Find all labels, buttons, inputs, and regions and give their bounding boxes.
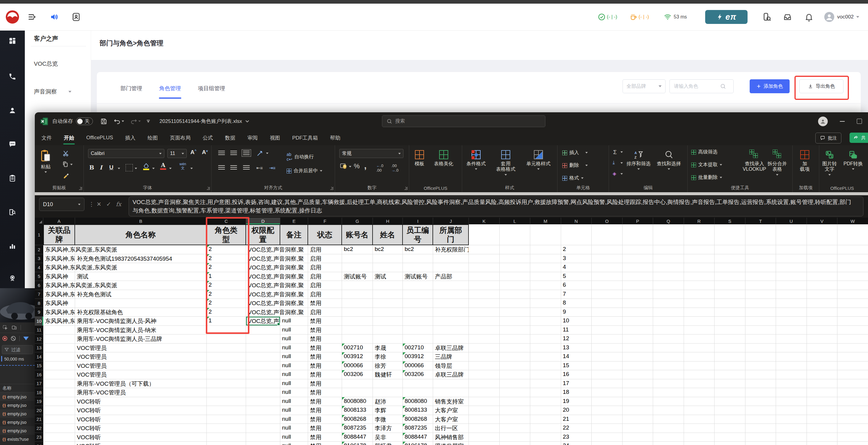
batch-delete-button[interactable]: 批量删除 (691, 174, 722, 181)
cell-C22[interactable] (207, 424, 246, 433)
cell-I2[interactable]: bc2 (403, 245, 433, 254)
cell-R11[interactable] (684, 326, 715, 335)
phonetic-guide-icon[interactable]: wén文 (180, 162, 186, 170)
contacts-icon[interactable] (71, 12, 81, 22)
cell-styles-button[interactable]: 单元格样式 (526, 150, 551, 170)
cell-N8[interactable]: 8 (561, 299, 592, 308)
cell-P21[interactable] (623, 415, 653, 424)
cell-T15[interactable] (745, 361, 776, 370)
select-all-corner[interactable] (35, 218, 43, 224)
cell-K18[interactable] (469, 388, 500, 397)
cell-N18[interactable]: 18 (561, 388, 592, 397)
cell-C8[interactable]: 2 (207, 299, 246, 308)
brand-filter-select[interactable]: 全部品牌 (623, 79, 665, 93)
cell-S6[interactable] (715, 281, 745, 290)
cell-U2[interactable] (776, 245, 807, 254)
cell-M21[interactable] (530, 415, 561, 424)
cell-N9[interactable]: 9 (561, 308, 592, 317)
undo-button[interactable] (114, 118, 124, 125)
cell-P4[interactable] (623, 263, 653, 272)
cell-S5[interactable] (715, 272, 745, 281)
cell-H6[interactable] (373, 281, 403, 290)
cell-L24[interactable] (500, 442, 531, 445)
cell-I15[interactable]: 000066 (403, 361, 433, 370)
cell-N11[interactable]: 11 (561, 326, 592, 335)
cell-L4[interactable] (500, 263, 531, 272)
cell-T5[interactable] (745, 272, 776, 281)
cell-R7[interactable] (684, 290, 715, 299)
cell-R21[interactable] (684, 415, 715, 424)
cell-L23[interactable] (500, 433, 531, 442)
row-header-16[interactable]: 16 (35, 370, 43, 379)
cell-C5[interactable]: 1 (207, 272, 246, 281)
cell-J6[interactable] (433, 281, 469, 290)
cell-F15[interactable]: 禁用 (308, 361, 342, 370)
cell-J17[interactable] (433, 379, 469, 388)
cell-L2[interactable] (500, 245, 531, 254)
cell-Q13[interactable] (653, 344, 684, 353)
header-cell-L1[interactable] (500, 224, 531, 245)
cell-U8[interactable] (776, 299, 807, 308)
cell-C10[interactable]: 1 (207, 317, 246, 326)
cell-D22[interactable] (246, 424, 280, 433)
cell-R23[interactable] (684, 433, 715, 442)
sidebar-item-voice-insight[interactable]: 声音洞察 (34, 88, 71, 96)
cell-F24[interactable]: 禁用 (308, 442, 342, 445)
cell-I5[interactable]: 测试账号 (403, 272, 433, 281)
cell-V12[interactable] (807, 334, 838, 344)
cell-W16[interactable] (837, 370, 868, 379)
cell-M7[interactable] (530, 290, 561, 299)
cell-N12[interactable]: 12 (561, 334, 592, 344)
cell-U4[interactable] (776, 263, 807, 272)
cell-F8[interactable]: 禁用 (308, 299, 342, 308)
format-painter-icon[interactable] (63, 172, 70, 179)
row-header-23[interactable]: 23 (35, 433, 43, 442)
cell-R12[interactable] (684, 334, 715, 344)
column-header-K[interactable]: K (469, 218, 500, 224)
cell-R19[interactable] (684, 397, 715, 406)
cell-H14[interactable]: 李徐 (373, 352, 403, 361)
cell-M12[interactable] (530, 334, 561, 344)
cell-M3[interactable] (530, 254, 561, 263)
network-name-column-header[interactable]: 名称 (0, 384, 35, 392)
cell-S12[interactable] (715, 334, 745, 344)
cell-J24[interactable]: 渠道发展室 (433, 442, 469, 445)
cell-T11[interactable] (745, 326, 776, 335)
cell-K20[interactable] (469, 406, 500, 415)
share-button[interactable]: 共 (849, 132, 868, 143)
name-box[interactable]: D10 (39, 198, 85, 211)
cell-J21[interactable]: 大客户室 (433, 415, 469, 424)
cell-T6[interactable] (745, 281, 776, 290)
cell-L11[interactable] (500, 326, 531, 335)
row-header-12[interactable]: 12 (35, 334, 43, 344)
role-search-input[interactable] (673, 83, 720, 89)
cell-I24[interactable]: 8106178 (403, 442, 433, 445)
cell-S3[interactable] (715, 254, 745, 263)
cell-O18[interactable] (592, 388, 623, 397)
cell-W13[interactable] (837, 344, 868, 353)
cell-R16[interactable] (684, 370, 715, 379)
cell-W10[interactable] (837, 317, 868, 326)
cell-A15[interactable] (43, 361, 75, 370)
cell-N2[interactable]: 2 (561, 245, 592, 254)
cell-D2[interactable]: VOC总览,声音洞察,聚 (246, 245, 280, 254)
cell-L19[interactable] (500, 397, 531, 406)
column-header-C[interactable]: C (207, 218, 246, 224)
cell-O22[interactable] (592, 424, 623, 433)
cell-G3[interactable] (342, 254, 373, 263)
autosum-icon[interactable]: Σ (613, 149, 617, 156)
cell-I23[interactable]: 8088447 (403, 433, 433, 442)
cell-R3[interactable] (684, 254, 715, 263)
cell-O10[interactable] (592, 317, 623, 326)
cell-L14[interactable] (500, 352, 531, 361)
cell-O2[interactable] (592, 245, 623, 254)
cell-E12[interactable]: null (280, 334, 308, 344)
row-header-24[interactable]: 24 (35, 442, 43, 445)
borders-more-icon[interactable] (135, 168, 137, 169)
cell-U6[interactable] (776, 281, 807, 290)
row-header-21[interactable]: 21 (35, 415, 43, 424)
cell-I13[interactable]: 002710 (403, 344, 433, 353)
cell-I11[interactable] (403, 326, 433, 335)
redo-button[interactable] (130, 118, 141, 125)
cell-K5[interactable] (469, 272, 500, 281)
